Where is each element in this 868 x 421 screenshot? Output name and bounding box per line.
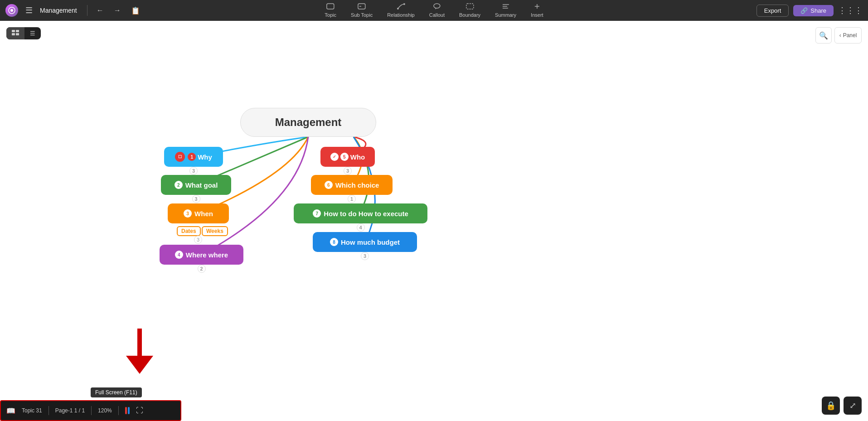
zoom-level: 120%: [98, 407, 112, 414]
node-which[interactable]: 6 Which choice 1: [311, 175, 393, 195]
node-whatgoal[interactable]: 2 What goal 3: [161, 175, 231, 195]
status-divider-1: [48, 406, 49, 415]
list-view-button[interactable]: ☰: [24, 27, 41, 39]
multicolor-icon: [125, 407, 130, 414]
lock-button[interactable]: 🔒: [822, 397, 840, 415]
badge-num-why: 1: [188, 153, 196, 161]
toolbar-topic[interactable]: Topic: [323, 2, 338, 19]
badge-num-when: 3: [184, 209, 192, 218]
fullscreen-button[interactable]: ⛶: [136, 406, 143, 415]
svg-point-7: [434, 4, 440, 8]
howmuch-sub-count: 3: [361, 252, 369, 260]
node-where-label: Where where: [186, 251, 228, 259]
which-sub-count: 1: [348, 195, 356, 203]
svg-point-5: [397, 8, 398, 10]
book-icon-button[interactable]: 📖: [6, 406, 15, 415]
insert-icon: [533, 3, 541, 11]
toolbar-relationship[interactable]: Relationship: [385, 2, 417, 19]
toolbar-callout[interactable]: Callout: [427, 2, 446, 19]
why-sub-count: 3: [189, 167, 198, 175]
app-logo: [5, 4, 18, 17]
subtopic-icon: [358, 3, 366, 11]
node-which-label: Which choice: [335, 181, 379, 189]
svg-point-6: [403, 3, 405, 5]
statusbar: 📖 Topic 31 Page-1 1 / 1 120% ⛶: [0, 400, 181, 421]
copy-button[interactable]: 📋: [128, 5, 143, 17]
chevron-left-icon: ‹: [839, 32, 841, 39]
svg-rect-16: [12, 33, 15, 35]
tag-dates[interactable]: Dates: [177, 226, 201, 236]
center-node[interactable]: Management: [240, 108, 376, 137]
node-why[interactable]: ☐ 1 Why 3: [164, 147, 223, 167]
divider: [87, 5, 87, 16]
who-sub-count: 3: [344, 167, 352, 175]
where-sub-count: 2: [198, 265, 206, 273]
right-toolbar: Export 🔗 Share ⋮⋮⋮: [756, 5, 863, 17]
canvas-top-right: 🔍 ‹ Panel: [815, 27, 862, 44]
center-node-label: Management: [275, 116, 342, 129]
center-toolbar: Topic Sub Topic Relationship Callout Bou…: [323, 2, 545, 19]
svg-rect-2: [327, 4, 334, 9]
node-howdo-label: How to do How to execute: [324, 210, 408, 218]
share-button[interactable]: 🔗 Share: [793, 5, 834, 16]
node-where[interactable]: 4 Where where 2: [160, 245, 243, 265]
node-howmuch[interactable]: 8 How much budget 3: [313, 232, 417, 252]
boundary-icon: [466, 3, 474, 11]
node-whatgoal-label: What goal: [185, 181, 218, 189]
tag-weeks-label: Weeks: [206, 228, 223, 234]
tag-dates-label: Dates: [181, 228, 196, 234]
svg-marker-19: [126, 356, 153, 374]
badge-why: ☐: [175, 152, 185, 162]
card-view-button[interactable]: [6, 27, 24, 39]
node-when[interactable]: 3 When: [168, 203, 229, 223]
badge-num-where: 4: [175, 251, 183, 259]
toolbar-insert[interactable]: Insert: [529, 2, 545, 19]
redo-button[interactable]: →: [111, 5, 124, 16]
node-who-label: Who: [350, 153, 365, 161]
canvas: ☰ 🔍 ‹ Panel Management ☐ 1 Why: [0, 21, 868, 421]
status-divider-3: [118, 406, 119, 415]
toolbar-subtopic[interactable]: Sub Topic: [349, 2, 374, 19]
svg-rect-14: [12, 30, 15, 32]
grid-button[interactable]: ⋮⋮⋮: [838, 5, 863, 15]
panel-toggle-button[interactable]: ‹ Panel: [834, 27, 862, 44]
tag-weeks[interactable]: Weeks: [202, 226, 228, 236]
hamburger-button[interactable]: ☰: [23, 4, 35, 17]
expand-icon: ⤢: [849, 401, 856, 411]
undo-button[interactable]: ←: [94, 5, 107, 16]
howdo-sub-count: 4: [357, 223, 365, 232]
node-howdo[interactable]: 7 How to do How to execute 4: [294, 203, 427, 223]
summary-icon: [502, 3, 510, 11]
badge-num-which: 6: [325, 181, 333, 189]
whatgoal-sub-count: 3: [192, 195, 200, 203]
svg-rect-8: [466, 4, 474, 9]
search-button[interactable]: 🔍: [815, 27, 832, 44]
toolbar-summary[interactable]: Summary: [493, 2, 518, 19]
bottom-right-buttons: 🔒 ⤢: [822, 397, 862, 415]
callout-icon: [433, 3, 441, 11]
svg-rect-15: [16, 30, 19, 32]
view-toggle: ☰: [6, 27, 41, 39]
svg-rect-3: [358, 4, 365, 9]
badge-check-who: ✓: [330, 153, 339, 161]
when-sub-count-area: 3: [198, 236, 206, 244]
status-divider-2: [91, 406, 92, 415]
node-when-label: When: [194, 210, 213, 218]
topbar: ☰ Management ← → 📋 Topic Sub Topic Relat…: [0, 0, 868, 21]
node-who[interactable]: ✓ 5 Who 3: [320, 147, 375, 167]
badge-num-howdo: 7: [313, 209, 321, 218]
export-button[interactable]: Export: [756, 5, 789, 17]
svg-rect-17: [16, 33, 19, 35]
expand-button[interactable]: ⤢: [844, 397, 862, 415]
badge-num-who: 5: [340, 153, 349, 161]
lock-icon: 🔒: [826, 401, 836, 411]
fullscreen-tooltip: Full Screen (F11): [91, 387, 142, 397]
node-howmuch-label: How much budget: [341, 238, 400, 246]
page-info: Page-1 1 / 1: [55, 407, 85, 414]
node-why-label: Why: [198, 153, 212, 161]
relationship-icon: [397, 3, 405, 11]
badge-num-whatgoal: 2: [175, 181, 183, 189]
app-title: Management: [40, 7, 77, 14]
toolbar-boundary[interactable]: Boundary: [457, 2, 482, 19]
topic-count: Topic 31: [22, 407, 42, 414]
